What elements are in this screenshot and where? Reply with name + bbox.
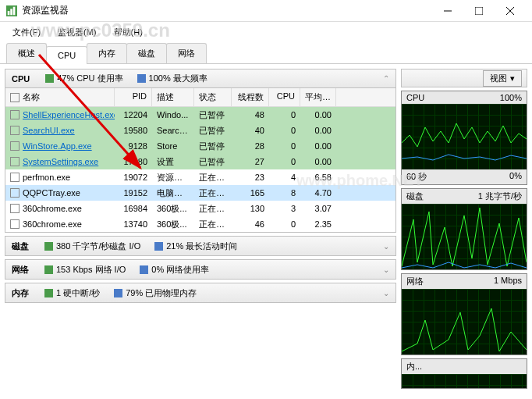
graph-max: 100% xyxy=(500,93,522,102)
tab-disk[interactable]: 磁盘 xyxy=(126,43,167,63)
menubar: 文件(F) 监视器(M) 帮助(H) xyxy=(0,22,532,42)
cell-threads: 23 xyxy=(232,171,269,183)
network-panel-header[interactable]: 网络 153 Kbps 网络 I/O 0% 网络使用率 ⌄ xyxy=(5,260,395,279)
minimize-button[interactable] xyxy=(432,1,463,21)
cell-status: 已暂停 xyxy=(194,155,232,169)
network-graph: 网络1 Mbps xyxy=(401,273,527,355)
disk-io-meter: 380 千字节/秒磁盘 I/O xyxy=(44,240,140,252)
view-button[interactable]: 视图▾ xyxy=(483,70,522,87)
col-pid[interactable]: PID xyxy=(115,88,152,106)
window-title: 资源监视器 xyxy=(22,4,432,17)
cell-avg: 0.00 xyxy=(300,155,336,168)
col-threads[interactable]: 线程数 xyxy=(232,88,269,106)
row-checkbox[interactable] xyxy=(10,126,20,135)
network-panel-title: 网络 xyxy=(12,264,29,276)
graph-max: 1 Mbps xyxy=(494,276,522,287)
cell-status: 正在运行 xyxy=(194,217,232,232)
memory-panel-header[interactable]: 内存 1 硬中断/秒 79% 已用物理内存 ⌄ xyxy=(5,283,395,302)
cell-pid: 9128 xyxy=(115,140,152,152)
table-row[interactable]: 360chrome.exe16984360极...正在运行13033.07 xyxy=(5,201,395,216)
cell-cpu: 0 xyxy=(269,140,300,152)
tab-memory[interactable]: 内存 xyxy=(87,43,127,63)
process-table: 名称 PID 描述 状态 线程数 CPU 平均 C... ShellExperi… xyxy=(5,88,395,232)
cell-pid: 16984 xyxy=(115,202,152,215)
cell-status: 已暂停 xyxy=(194,123,232,138)
row-checkbox[interactable] xyxy=(10,219,20,229)
col-avg[interactable]: 平均 C... xyxy=(300,88,336,106)
cell-cpu: 8 xyxy=(269,187,300,199)
mem-used-meter: 79% 已用物理内存 xyxy=(114,287,197,299)
cell-threads: 40 xyxy=(232,124,269,137)
row-checkbox[interactable] xyxy=(10,157,20,166)
col-status[interactable]: 状态 xyxy=(194,88,232,106)
row-checkbox[interactable] xyxy=(10,110,20,119)
col-cpu[interactable]: CPU xyxy=(269,88,300,106)
menu-help[interactable]: 帮助(H) xyxy=(106,24,151,41)
graph-title: 磁盘 xyxy=(406,191,424,202)
table-header: 名称 PID 描述 状态 线程数 CPU 平均 C... xyxy=(5,88,395,107)
tab-cpu[interactable]: CPU xyxy=(46,46,87,64)
disk-panel-header[interactable]: 磁盘 380 千字节/秒磁盘 I/O 21% 最长活动时间 ⌄ xyxy=(5,237,395,255)
cell-avg: 0.00 xyxy=(300,124,336,137)
chevron-down-icon: ▾ xyxy=(510,73,515,84)
svg-rect-4 xyxy=(13,6,16,15)
cpu-panel-title: CPU xyxy=(12,74,30,84)
menu-file[interactable]: 文件(F) xyxy=(5,24,48,41)
cell-pid: 19580 xyxy=(115,124,152,137)
disk-active-meter: 21% 最长活动时间 xyxy=(154,240,237,252)
app-icon xyxy=(6,5,17,16)
cpu-panel: CPU 47% CPU 使用率 100% 最大频率 ⌃ 名称 PID 描述 状态… xyxy=(5,69,396,233)
cell-avg: 2.35 xyxy=(300,218,336,230)
cell-cpu: 3 xyxy=(269,202,300,215)
row-checkbox[interactable] xyxy=(10,141,20,151)
cell-cpu: 0 xyxy=(269,109,300,121)
table-row[interactable]: SystemSettings.exe17480设置已暂停2700.00 xyxy=(5,154,395,169)
cell-desc: 资源和... xyxy=(152,170,194,185)
cell-desc: 360极... xyxy=(152,201,194,216)
process-name: SystemSettings.exe xyxy=(23,157,98,166)
cell-threads: 28 xyxy=(232,140,269,152)
row-checkbox[interactable] xyxy=(10,173,20,182)
checkbox-all[interactable] xyxy=(10,93,20,102)
tab-network[interactable]: 网络 xyxy=(166,43,207,63)
cell-status: 已暂停 xyxy=(194,108,232,123)
tab-overview[interactable]: 概述 xyxy=(6,43,47,63)
cell-cpu: 0 xyxy=(269,218,300,230)
svg-rect-3 xyxy=(10,9,12,15)
cpu-panel-header[interactable]: CPU 47% CPU 使用率 100% 最大频率 ⌃ xyxy=(5,69,395,88)
cell-threads: 27 xyxy=(232,155,269,168)
tabs: 概述 CPU 内存 磁盘 网络 xyxy=(0,42,532,64)
process-name: ShellExperienceHost.exe xyxy=(23,110,115,119)
titlebar: 资源监视器 xyxy=(0,0,532,22)
table-row[interactable]: WinStore.App.exe9128Store已暂停2800.00 xyxy=(5,138,395,154)
maximize-button[interactable] xyxy=(463,1,495,21)
net-use-meter: 0% 网络使用率 xyxy=(140,264,209,276)
cell-threads: 48 xyxy=(232,109,269,121)
close-button[interactable] xyxy=(495,1,526,21)
svg-rect-2 xyxy=(8,11,10,15)
col-desc[interactable]: 描述 xyxy=(152,88,194,106)
cell-status: 正在运行 xyxy=(194,186,232,201)
main-pane: CPU 47% CPU 使用率 100% 最大频率 ⌃ 名称 PID 描述 状态… xyxy=(0,64,401,399)
cell-pid: 19152 xyxy=(115,187,152,199)
table-row[interactable]: QQPCTray.exe19152电脑管家正在运行16584.70 xyxy=(5,185,395,201)
memory-panel: 内存 1 硬中断/秒 79% 已用物理内存 ⌄ xyxy=(5,283,396,303)
cpu-freq-meter: 100% 最大频率 xyxy=(137,73,207,84)
process-name: SearchUI.exe xyxy=(23,126,75,135)
graph-title: CPU xyxy=(406,93,424,102)
table-row[interactable]: 360chrome.exe13740360极...正在运行4602.35 xyxy=(5,216,395,232)
cell-avg: 6.58 xyxy=(300,171,336,183)
cell-cpu: 0 xyxy=(269,124,300,137)
row-checkbox[interactable] xyxy=(10,188,20,198)
table-row[interactable]: ShellExperienceHost.exe12204Windo...已暂停4… xyxy=(5,107,395,123)
memory-panel-title: 内存 xyxy=(12,287,29,299)
table-row[interactable]: perfmon.exe19072资源和...正在运行2346.58 xyxy=(5,169,395,185)
cell-pid: 12204 xyxy=(115,109,152,121)
cell-status: 正在运行 xyxy=(194,201,232,216)
row-checkbox[interactable] xyxy=(10,204,20,213)
net-io-meter: 153 Kbps 网络 I/O xyxy=(44,264,126,276)
cell-status: 正在运行 xyxy=(194,170,232,185)
table-row[interactable]: SearchUI.exe19580Search...已暂停4000.00 xyxy=(5,123,395,138)
menu-monitor[interactable]: 监视器(M) xyxy=(50,24,105,41)
cell-avg: 0.00 xyxy=(300,140,336,152)
